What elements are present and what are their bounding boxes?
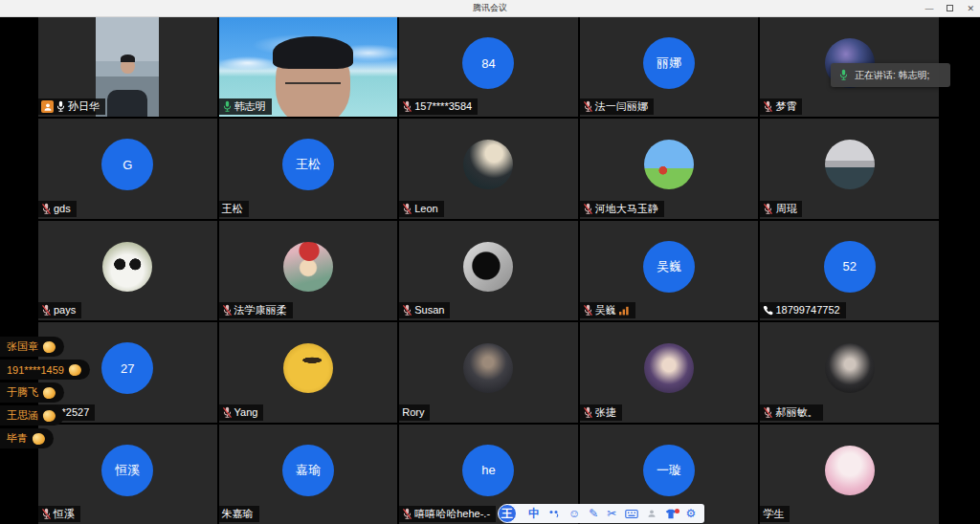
avatar-photo-yellow-duck <box>283 343 333 393</box>
avatar-initials: 27 <box>101 342 153 394</box>
mic-muted-icon <box>763 203 773 215</box>
avatar-photo-person-gray <box>825 140 875 189</box>
name-label: 学生 <box>760 506 790 522</box>
ime-mode-toggle[interactable]: 中 <box>528 504 540 523</box>
participant-tile[interactable]: 嘉瑜朱嘉瑜 <box>219 425 398 524</box>
participant-name: 学生 <box>763 507 784 521</box>
participant-tile[interactable]: 郝丽敏。 <box>760 322 939 422</box>
avatar-initials: 84 <box>462 37 514 89</box>
mic-speaking-icon <box>838 69 849 81</box>
avatar-photo-anime-black <box>825 343 875 393</box>
avatar-initials: 吴巍 <box>643 241 695 293</box>
participant-tile[interactable]: pays <box>38 221 217 320</box>
name-label: Leon <box>399 201 443 217</box>
avatar-initials: 一璇 <box>643 445 695 496</box>
name-label: pays <box>38 302 81 318</box>
meeting-stage: 孙日华 韩志明84 157****3584丽娜 法一闫丽娜 梦霄G <box>0 17 980 524</box>
reaction-bubble: 于腾飞 <box>0 382 64 403</box>
participant-tile[interactable]: G gds <box>38 119 217 218</box>
name-label: 法学康丽柔 <box>219 302 293 318</box>
reaction-user-name: 张国章 <box>7 339 38 354</box>
mic-muted-icon <box>583 406 593 419</box>
participant-name: 韩志明 <box>234 99 266 114</box>
reaction-bubble: 张国章 <box>0 337 64 357</box>
network-signal-icon <box>618 305 630 316</box>
account-icon[interactable] <box>647 509 657 518</box>
reaction-user-name: 191****1459 <box>7 364 64 376</box>
avatar-photo-anime-pink <box>825 446 875 495</box>
maximize-icon <box>947 5 953 11</box>
clap-hands-icon <box>68 362 82 376</box>
name-label: 孙日华 <box>38 98 105 115</box>
close-button[interactable]: ✕ <box>967 0 974 17</box>
participant-tile[interactable]: Yang <box>219 322 398 422</box>
ime-logo-icon[interactable]: 王 <box>498 504 517 523</box>
participant-tile[interactable]: Rory <box>399 322 578 422</box>
participant-name: 18799747752 <box>775 303 839 317</box>
reaction-bubble: 毕青 <box>0 428 54 448</box>
avatar-photo-silhouette <box>463 242 513 292</box>
participant-name: pays <box>54 303 76 317</box>
screenshot-icon[interactable]: ✂ <box>607 504 616 523</box>
name-label: 朱嘉瑜 <box>219 506 259 522</box>
avatar-photo-cartoon-field <box>644 140 694 189</box>
mic-muted-icon <box>763 406 773 419</box>
participant-tile[interactable]: Leon <box>399 119 578 218</box>
participant-name: 法一闫丽娜 <box>595 99 648 114</box>
settings-icon[interactable]: ⚙ <box>685 504 696 523</box>
avatar-initials: 王松 <box>282 139 334 190</box>
participant-tile[interactable]: 王松王松 <box>219 119 398 218</box>
name-label: 梦霄 <box>760 98 802 115</box>
skin-icon[interactable] <box>665 509 677 519</box>
avatar-photo-anime-purple <box>644 343 694 393</box>
participant-tile[interactable]: 河地大马玉静 <box>580 119 759 218</box>
handwriting-icon[interactable]: ✎ <box>589 504 598 523</box>
name-label: 吴巍 <box>580 302 635 318</box>
mic-muted-icon <box>583 203 593 215</box>
name-label: 张捷 <box>580 404 622 421</box>
mic-muted-icon <box>222 406 233 419</box>
participant-name: 157****3584 <box>414 99 472 114</box>
mic-muted-icon <box>402 508 412 520</box>
speaking-toast-text: 正在讲话: 韩志明; <box>855 69 929 82</box>
participant-tile[interactable]: 吴巍 吴巍 <box>580 221 759 320</box>
ime-toolbar[interactable]: 王 中 ☺✎✂ ⚙ <box>507 504 704 523</box>
participant-tile[interactable]: 韩志明 <box>219 17 398 117</box>
participant-name: 嘻嘻哈哈hehe-.- <box>414 507 490 521</box>
participant-name: 恒溪 <box>54 507 75 521</box>
participant-tile[interactable]: 周琨 <box>760 119 939 218</box>
participant-name: Leon <box>414 202 437 216</box>
participant-name: 法学康丽柔 <box>234 303 287 317</box>
window-titlebar: 腾讯会议 — ✕ <box>0 0 980 17</box>
name-label: Yang <box>219 404 264 421</box>
participant-tile[interactable]: 孙日华 <box>38 17 217 117</box>
participant-tile[interactable]: 84 157****3584 <box>399 17 578 117</box>
participant-name: Susan <box>414 303 444 317</box>
name-label: 韩志明 <box>219 98 272 115</box>
reaction-bubble: 191****1459 <box>0 360 90 380</box>
minimize-button[interactable]: — <box>924 0 933 17</box>
maximize-button[interactable] <box>947 0 953 17</box>
name-label: 周琨 <box>760 201 802 217</box>
reaction-user-name: 王思涵 <box>7 408 38 423</box>
participant-tile[interactable]: Susan <box>399 221 578 320</box>
participant-name: Rory <box>402 405 424 420</box>
mic-icon <box>56 100 66 113</box>
emoji-icon[interactable]: ☺ <box>568 504 580 523</box>
participant-name: 张捷 <box>595 405 616 420</box>
participant-tile[interactable]: 法学康丽柔 <box>219 221 398 320</box>
phone-icon <box>763 305 773 316</box>
clap-hands-icon <box>42 385 56 399</box>
voice-icon[interactable] <box>548 508 560 519</box>
participant-tile[interactable]: 学生 <box>760 425 939 524</box>
participant-tile[interactable]: 丽娜 法一闫丽娜 <box>580 17 759 117</box>
name-label: Susan <box>399 302 450 318</box>
keyboard-icon[interactable] <box>625 509 638 519</box>
avatar-initials: G <box>101 139 153 190</box>
participant-name: 郝丽敏。 <box>775 405 817 420</box>
clap-hands-icon <box>32 431 46 445</box>
speaking-toast: 正在讲话: 韩志明; <box>831 63 950 87</box>
participant-tile[interactable]: 52 18799747752 <box>760 221 939 320</box>
participant-tile[interactable]: 张捷 <box>580 322 759 422</box>
avatar-photo-panda <box>102 242 152 292</box>
